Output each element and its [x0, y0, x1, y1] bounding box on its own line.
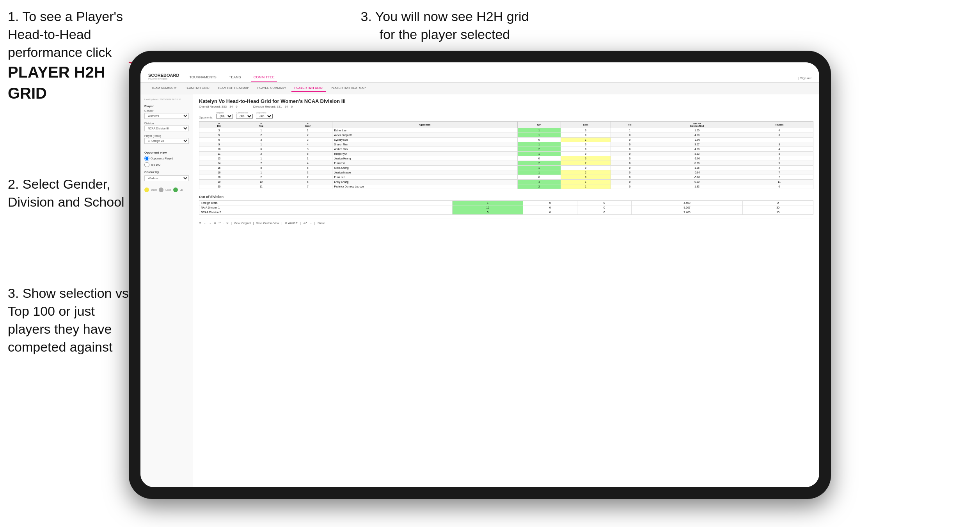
sidebar-gender-label: Gender [144, 110, 189, 112]
sidebar-player-label: Player [144, 104, 189, 108]
colour-dot-level [159, 187, 163, 192]
nav-teams[interactable]: TEAMS [227, 73, 243, 82]
sub-navbar: TEAM SUMMARY TEAM H2H GRID TEAM H2H HEAT… [140, 83, 819, 94]
table-row: 3 1 1 Esther Lee 1 0 1 1.50 4 [199, 128, 813, 133]
toolbar-sep4: | [282, 222, 282, 225]
content-area: Katelyn Vo Head-to-Head Grid for Women's… [193, 94, 819, 487]
subnav-team-h2h-heatmap[interactable]: TEAM H2H HEATMAP [215, 85, 252, 92]
table-row: 13 1 1 Jessica Huang 0 0 0 -3.00 2 [199, 156, 813, 161]
filter-conference: Conference (All) [236, 111, 253, 119]
toolbar-sep2: | [231, 222, 232, 225]
th-diff: Diff AvStrokes/Rnd [649, 122, 745, 128]
th-tie: Tie [611, 122, 649, 128]
colour-dot-down [144, 187, 149, 192]
h2h-table: #Div #Reg #Conf Opponent Win Loss Tie Di… [199, 121, 813, 189]
top-nav: TOURNAMENTS TEAMS COMMITTEE [187, 73, 798, 82]
sign-out[interactable]: | Sign out [798, 76, 811, 82]
sidebar-timestamp: Last Updated: 27/03/2024 16:55:38 [144, 98, 189, 101]
tablet-screen: SCOREBOARD Powered by clippd TOURNAMENTS… [140, 62, 819, 487]
filter-region-select[interactable]: (All) [216, 114, 233, 119]
sidebar-player-rank-label: Player (Rank) [144, 134, 189, 137]
sidebar-division-label: Division [144, 122, 189, 125]
toolbar-sep1: · [223, 222, 224, 225]
sidebar: Last Updated: 27/03/2024 16:55:38 Player… [140, 94, 193, 487]
nav-committee[interactable]: COMMITTEE [251, 73, 277, 82]
subnav-team-h2h-grid[interactable]: TEAM H2H GRID [182, 85, 213, 92]
subnav-player-h2h-grid[interactable]: PLAYER H2H GRID [291, 85, 326, 92]
out-div-row: Foreign Team 1 0 0 4.500 2 [199, 201, 813, 205]
colour-by-label: Colour by [144, 170, 189, 174]
table-row: 5 2 2 Alexis Sudjianto 1 0 0 4.00 3 [199, 133, 813, 138]
table-row: 15 8 5 Stella Cheng 1 0 0 1.25 4 [199, 166, 813, 170]
th-win: Win [517, 122, 561, 128]
table-row: 16 1 3 Jessica Mason 1 2 0 -0.94 7 [199, 170, 813, 175]
th-rounds: Rounds [745, 122, 813, 128]
toolbar-reset[interactable]: ↩ [218, 221, 221, 225]
filter-conference-select[interactable]: (All) [236, 114, 253, 119]
table-row: 20 11 7 Federica Domecq Lacroze 2 1 0 1.… [199, 184, 813, 189]
subnav-player-h2h-heatmap[interactable]: PLAYER H2H HEATMAP [328, 85, 369, 92]
instruction-3-bottom: 3. Show selection vs Top 100 or just pla… [8, 285, 137, 356]
opponent-view-options: Opponents Played Top 100 [144, 156, 189, 167]
sidebar-player-rank-select[interactable]: 8. Katelyn Vo [144, 138, 189, 144]
colour-legend: Down Level Up [144, 187, 189, 192]
table-row: 11 2 5 Heejo Hyun 1 0 0 3.33 3 [199, 152, 813, 156]
table-row: 18 2 2 Euna Lee 0 0 0 -5.00 2 [199, 175, 813, 180]
toolbar-share[interactable]: Share [318, 222, 325, 225]
opponent-view-label: Opponent view [144, 151, 189, 154]
th-opponent: Opponent [332, 122, 517, 128]
toolbar-sep5: | [300, 222, 301, 225]
out-div-row: NCAA Division 2 5 0 0 7.400 10 [199, 210, 813, 215]
out-of-division-label: Out of division [199, 195, 813, 199]
filter-region: Region (All) [216, 111, 233, 119]
filter-opponent-select[interactable]: (All) [256, 114, 273, 119]
th-conf: #Conf [283, 122, 332, 128]
toolbar-watch[interactable]: ⊙ Watch ▾ [285, 221, 298, 225]
app-logo: SCOREBOARD Powered by clippd [148, 73, 179, 82]
toolbar-sep3: | [253, 222, 254, 225]
toolbar-forward[interactable]: → [209, 222, 211, 225]
tablet-frame: SCOREBOARD Powered by clippd TOURNAMENTS… [129, 51, 831, 499]
instruction-2: 2. Select Gender, Division and School [8, 175, 137, 211]
table-row: 10 6 3 Andrea York 2 0 0 4.00 4 [199, 147, 813, 152]
toolbar-save-custom[interactable]: Save Custom View [256, 222, 279, 225]
filter-opponent: Opponent (All) [256, 111, 273, 119]
table-row: 9 1 4 Sharon Mun 1 0 0 3.67 3 [199, 142, 813, 147]
subnav-team-summary[interactable]: TEAM SUMMARY [148, 85, 180, 92]
toolbar-grid[interactable]: ⊞ [214, 221, 216, 225]
table-row: 19 10 6 Emily Chang 4 1 0 0.30 11 [199, 180, 813, 184]
toolbar-undo[interactable]: ↺ [199, 221, 201, 225]
table-row: 6 3 3 Sydney Kuo 0 1 0 -1.00 [199, 138, 813, 142]
page-title: Katelyn Vo Head-to-Head Grid for Women's… [199, 98, 813, 104]
main-content: Last Updated: 27/03/2024 16:55:38 Player… [140, 94, 819, 487]
sidebar-division-select[interactable]: NCAA Division III [144, 126, 189, 131]
instruction-1: 1. To see a Player's Head-to-Head perfor… [8, 8, 148, 104]
sidebar-gender-select[interactable]: Women's [144, 113, 189, 119]
toolbar-swap[interactable]: ↔ [309, 222, 312, 225]
out-div-row: NAIA Division 1 15 0 0 9.267 30 [199, 205, 813, 210]
toolbar-back[interactable]: ← [204, 222, 206, 225]
colour-by-select[interactable]: Win/loss [144, 175, 189, 181]
toolbar-expand[interactable]: □↗ [303, 221, 307, 225]
th-div: #Div [199, 122, 239, 128]
filters-row: Opponents: Region (All) Conference (All) [199, 111, 813, 119]
toolbar-view-original[interactable]: View: Original [234, 222, 251, 225]
toolbar-reload[interactable]: ⊙ [226, 221, 229, 225]
subnav-player-summary[interactable]: PLAYER SUMMARY [254, 85, 289, 92]
th-loss: Loss [561, 122, 611, 128]
app-navbar: SCOREBOARD Powered by clippd TOURNAMENTS… [140, 62, 819, 83]
th-reg: #Reg [239, 122, 283, 128]
record-row: Overall Record: 353 - 34 - 6 Division Re… [199, 105, 813, 108]
table-row: 14 7 4 Eunice Yi 2 2 0 0.38 9 [199, 161, 813, 166]
out-of-division-table: Foreign Team 1 0 0 4.500 2 NAIA Division… [199, 200, 813, 215]
toolbar-sep6: | [314, 222, 315, 225]
bottom-toolbar: ↺ ← → ⊞ ↩ · ⊙ | View: Original | Save Cu… [199, 219, 813, 225]
nav-tournaments[interactable]: TOURNAMENTS [187, 73, 218, 82]
instruction-3-top: 3. You will now see H2H grid for the pla… [355, 8, 534, 44]
colour-dot-up [173, 187, 178, 192]
